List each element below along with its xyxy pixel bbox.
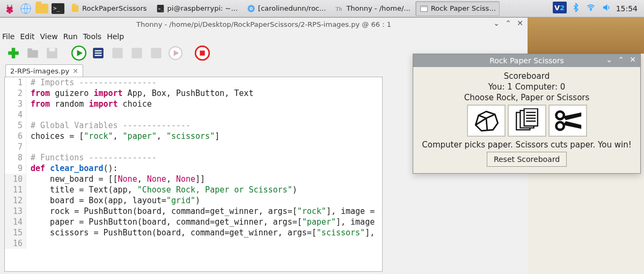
step-over-icon[interactable]	[109, 45, 126, 61]
thonny-menubar: File Edit View Run Tools Help	[0, 31, 528, 42]
line-number: 10	[5, 174, 26, 184]
svg-rect-35	[200, 50, 204, 55]
step-out-icon[interactable]	[148, 45, 164, 61]
resume-icon[interactable]	[167, 45, 184, 61]
choose-label: Choose Rock, Paper or Scissors	[418, 93, 636, 102]
line-number: 9	[5, 163, 26, 174]
raspberry-menu-icon[interactable]	[2, 1, 17, 16]
window-icon	[419, 4, 429, 13]
line-number: 15	[5, 227, 26, 238]
svg-point-3	[6, 10, 9, 12]
tab-close-icon[interactable]: ✕	[72, 67, 78, 75]
debug-icon[interactable]	[90, 45, 106, 61]
scissors-button[interactable]	[548, 105, 587, 137]
system-tray: V2 15:54	[553, 2, 642, 15]
taskbar-item-chromium[interactable]: [carolinedunn/roc...	[243, 1, 330, 16]
svg-text:V: V	[554, 4, 560, 12]
minimize-icon[interactable]: ⌄	[492, 19, 501, 28]
rps-title-text: Rock Paper Scissors	[489, 56, 564, 65]
svg-rect-18	[8, 51, 19, 55]
menu-run[interactable]: Run	[63, 32, 78, 41]
bluetooth-icon[interactable]	[571, 2, 581, 14]
menu-help[interactable]: Help	[107, 32, 124, 41]
taskbar-item-terminal[interactable]: pi@raspberrypi: ~...	[152, 1, 241, 16]
folder-icon	[70, 4, 80, 13]
taskbar-item-label: RockPaperScissors	[82, 4, 147, 12]
vnc-icon[interactable]: V2	[553, 2, 567, 15]
paper-icon	[513, 108, 541, 133]
maximize-icon[interactable]: ⌃	[504, 19, 513, 28]
taskbar-item-label: pi@raspberrypi: ~...	[167, 4, 238, 12]
thonny-titlebar[interactable]: Thonny - /home/pi/Desktop/RockPaperSciss…	[0, 18, 528, 31]
code-editor[interactable]: 1# Imports ---------------- 2from guizer…	[4, 77, 383, 272]
choice-row	[418, 105, 636, 137]
rps-titlebar[interactable]: Rock Paper Scissors ⌄ ⌃ ✕	[413, 54, 640, 67]
menu-file[interactable]: File	[2, 32, 14, 41]
taskbar-item-rps[interactable]: Rock Paper Sciss...	[415, 1, 500, 16]
menu-tools[interactable]: Tools	[83, 32, 102, 41]
minimize-icon[interactable]: ⌄	[605, 56, 613, 64]
menu-view[interactable]: View	[40, 32, 58, 41]
svg-rect-30	[131, 48, 142, 58]
tab-label: 2-RPS-images.py	[10, 67, 69, 75]
line-number: 8	[5, 152, 26, 163]
taskbar-item-thonny[interactable]: Th Thonny - /home/...	[331, 1, 414, 16]
reset-scoreboard-button[interactable]: Reset Scoreboard	[487, 152, 567, 167]
terminal-icon[interactable]	[50, 1, 65, 16]
stop-icon[interactable]	[194, 45, 210, 61]
line-number: 14	[5, 217, 26, 227]
taskbar-item-label: Rock Paper Sciss...	[431, 4, 496, 12]
open-file-icon[interactable]	[25, 45, 41, 61]
terminal-small-icon	[156, 4, 165, 13]
svg-point-16	[590, 10, 591, 11]
scoreboard-heading: Scoreboard	[418, 71, 636, 81]
score-line: You: 1 Computer: 0	[418, 82, 636, 92]
svg-point-43	[556, 112, 564, 119]
save-file-icon[interactable]	[44, 45, 60, 61]
line-number: 11	[5, 184, 26, 195]
paper-button[interactable]	[508, 105, 546, 137]
web-browser-icon[interactable]	[18, 1, 33, 16]
svg-rect-12	[420, 5, 427, 7]
line-number: 6	[5, 131, 26, 142]
rps-window: Rock Paper Scissors ⌄ ⌃ ✕ Scoreboard You…	[413, 54, 641, 174]
svg-text:Th: Th	[336, 6, 343, 12]
svg-point-9	[250, 8, 252, 9]
taskbar-item-folder[interactable]: RockPaperScissors	[67, 1, 151, 16]
svg-text:2: 2	[560, 4, 565, 12]
line-number: 13	[5, 206, 26, 217]
svg-point-5	[9, 11, 11, 13]
line-number: 2	[5, 88, 26, 99]
svg-rect-20	[27, 48, 32, 50]
rock-icon	[472, 108, 501, 133]
svg-rect-19	[27, 50, 38, 58]
new-file-icon[interactable]	[5, 45, 21, 61]
svg-rect-31	[151, 48, 162, 58]
desktop-background	[528, 17, 644, 54]
thonny-icon: Th	[334, 4, 344, 13]
chromium-icon	[246, 4, 256, 13]
line-number: 12	[5, 195, 26, 206]
maximize-icon[interactable]: ⌃	[617, 56, 625, 64]
menu-edit[interactable]: Edit	[20, 32, 34, 41]
volume-icon[interactable]	[601, 3, 612, 14]
run-icon[interactable]	[71, 45, 87, 61]
taskbar-item-label: Thonny - /home/...	[346, 4, 410, 12]
svg-rect-29	[112, 48, 123, 58]
result-text: Computer picks paper. Scissors cuts pape…	[418, 140, 636, 150]
svg-rect-22	[49, 48, 55, 51]
close-icon[interactable]: ✕	[516, 19, 524, 28]
line-number: 4	[5, 109, 26, 120]
rock-button[interactable]	[467, 105, 506, 137]
clock[interactable]: 15:54	[616, 4, 638, 13]
step-into-icon[interactable]	[129, 45, 145, 61]
line-number: 1	[5, 77, 26, 88]
taskbar-item-label: [carolinedunn/roc...	[258, 4, 326, 12]
thonny-title-text: Thonny - /home/pi/Desktop/RockPaperSciss…	[136, 20, 391, 28]
editor-tab[interactable]: 2-RPS-images.py ✕	[5, 64, 83, 77]
close-icon[interactable]: ✕	[628, 56, 637, 64]
wifi-icon[interactable]	[585, 3, 597, 14]
file-manager-icon[interactable]	[34, 1, 49, 16]
svg-rect-38	[524, 109, 537, 126]
svg-marker-45	[563, 113, 581, 120]
